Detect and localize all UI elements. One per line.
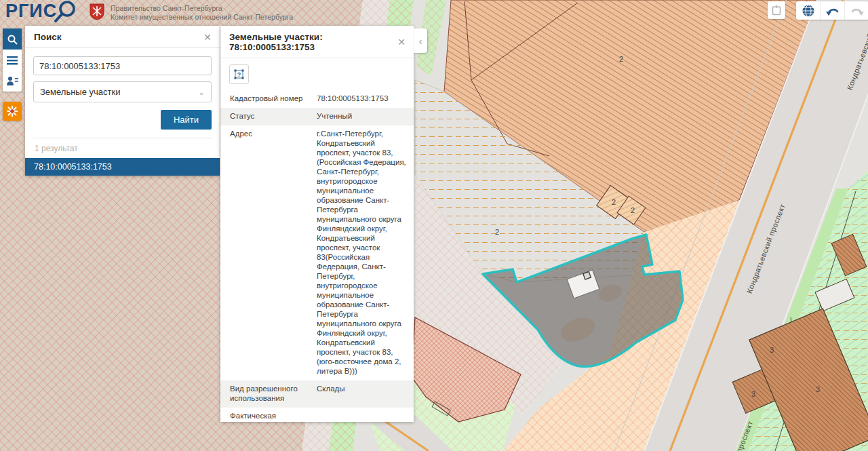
globe-icon bbox=[802, 4, 815, 18]
sidebar-user-button[interactable] bbox=[3, 71, 22, 92]
row-value: Склады bbox=[314, 380, 414, 398]
table-row: Статус Учтенный bbox=[220, 108, 414, 125]
row-label: Кадастровый номер bbox=[220, 90, 314, 108]
export-extent-button[interactable] bbox=[768, 1, 785, 19]
search-result-item[interactable]: 78:10:0005133:1753 bbox=[25, 158, 220, 176]
search-category-value: Земельные участки bbox=[40, 87, 120, 97]
parcel-number-label: 3 bbox=[751, 390, 755, 398]
table-row: Фактическая площадь(кв.м.) bbox=[220, 408, 414, 422]
search-category-select[interactable]: Земельные участки ⌄ bbox=[33, 81, 212, 102]
hamburger-icon bbox=[7, 56, 18, 65]
app-window: 2 2 2 2 3 3 3 Кондратьевский проспект Ко… bbox=[0, 0, 868, 451]
clipboard-icon bbox=[771, 5, 782, 16]
user-list-icon bbox=[6, 76, 18, 86]
parcel-number-label: 3 bbox=[770, 346, 774, 354]
map-toolbar bbox=[796, 1, 868, 20]
parcel-number-label: 2 bbox=[612, 198, 616, 206]
identify-feature-button[interactable]: ? bbox=[229, 64, 249, 84]
table-row: Кадастровый номер 78:10:0005133:1753 bbox=[220, 90, 414, 108]
row-label: Адрес bbox=[220, 125, 314, 143]
chevron-down-icon: ⌄ bbox=[198, 87, 205, 97]
basemap-button[interactable] bbox=[796, 1, 821, 20]
row-label: Статус bbox=[220, 108, 314, 125]
search-icon bbox=[7, 34, 18, 45]
undo-button[interactable] bbox=[821, 1, 845, 20]
search-panel-title: Поиск bbox=[34, 32, 62, 42]
table-row: Адрес г.Санкт-Петербург, Кондратьевский … bbox=[220, 125, 414, 380]
question-square-icon: ? bbox=[233, 68, 245, 80]
spb-emblem-icon bbox=[6, 105, 18, 117]
details-panel-title: Земельные участки: 78:10:0005133:1753 bbox=[229, 32, 397, 52]
row-value: г.Санкт-Петербург, Кондратьевский проспе… bbox=[314, 125, 414, 380]
details-panel: Земельные участки: 78:10:0005133:1753 ✕ … bbox=[220, 26, 414, 422]
parcel-number-label: 3 bbox=[816, 385, 820, 393]
search-input[interactable] bbox=[33, 56, 212, 75]
magnifier-logo-icon bbox=[53, 0, 80, 24]
row-value: 78:10:0005133:1753 bbox=[314, 90, 414, 108]
building-marker bbox=[583, 272, 591, 280]
tool-sidebar bbox=[3, 28, 22, 92]
parcel-number-label: 2 bbox=[631, 206, 635, 214]
results-count: 1 результат bbox=[33, 138, 212, 158]
redo-arrow-icon bbox=[850, 5, 865, 17]
sidebar-search-button[interactable] bbox=[3, 28, 22, 50]
details-close-button[interactable]: ✕ bbox=[397, 37, 406, 47]
find-button[interactable]: Найти bbox=[161, 110, 212, 130]
rgis-logo[interactable]: РГИС bbox=[5, 1, 57, 22]
svg-text:?: ? bbox=[237, 71, 241, 78]
parcel-number-label: 2 bbox=[495, 228, 499, 236]
attributes-table: Кадастровый номер 78:10:0005133:1753 Ста… bbox=[220, 90, 414, 422]
search-close-button[interactable]: ✕ bbox=[203, 33, 212, 42]
parcel-number-label: 2 bbox=[619, 55, 623, 63]
details-collapse-button[interactable]: ‹ bbox=[414, 28, 427, 53]
sidebar-layers-button[interactable] bbox=[3, 50, 22, 71]
gov-line1: Правительство Санкт-Петербурга bbox=[111, 4, 293, 13]
undo-arrow-icon bbox=[825, 5, 840, 17]
row-label: Фактическая площадь(кв.м.) bbox=[220, 408, 314, 422]
redo-button[interactable] bbox=[845, 1, 868, 20]
spb-services-button[interactable] bbox=[3, 102, 22, 121]
spb-coat-of-arms-icon bbox=[89, 3, 106, 21]
search-panel: Поиск ✕ Земельные участки ⌄ Найти 1 резу… bbox=[25, 26, 220, 176]
table-row: Вид разрешенного использования Склады bbox=[220, 380, 414, 408]
row-label: Вид разрешенного использования bbox=[220, 380, 314, 408]
gov-header-text: Правительство Санкт-Петербурга Комитет и… bbox=[111, 4, 293, 22]
gov-line2: Комитет имущественных отношений Санкт-Пе… bbox=[111, 13, 293, 22]
row-value: Учтенный bbox=[314, 108, 414, 125]
row-value bbox=[314, 408, 414, 416]
